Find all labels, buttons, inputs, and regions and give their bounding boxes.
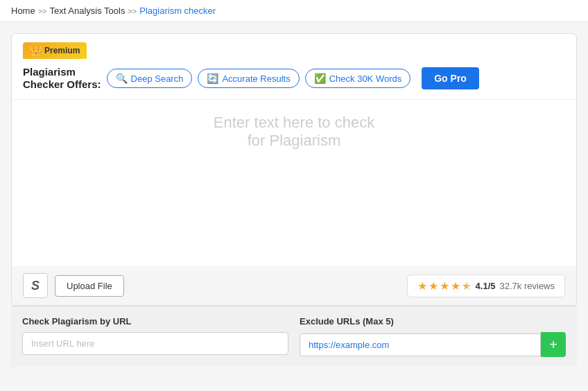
accurate-results-label: Accurate Results <box>222 73 290 84</box>
check-url-group: Check Plagiarism by URL <box>22 316 288 357</box>
check-url-input[interactable] <box>22 332 288 355</box>
url-section: Check Plagiarism by URL Exclude URLs (Ma… <box>11 306 577 367</box>
go-pro-button[interactable]: Go Pro <box>422 67 479 89</box>
accurate-results-icon: 🔄 <box>207 73 218 84</box>
upload-file-button[interactable]: Upload File <box>55 275 124 297</box>
spintax-icon-button[interactable]: S <box>23 273 48 298</box>
breadcrumb-separator-2: >> <box>128 7 137 15</box>
main-container: 👑 Premium PlagiarismChecker Offers: 🔍 De… <box>0 22 588 378</box>
exclude-url-input[interactable] <box>300 333 541 356</box>
exclude-url-label: Exclude URLs (Max 5) <box>300 316 566 327</box>
star-5-half: ★ <box>462 279 472 293</box>
rating-value: 4.1/5 <box>476 281 496 291</box>
check-words-label: Check 30K Words <box>329 73 402 84</box>
breadcrumb-current: Plagiarism checker <box>139 6 216 16</box>
add-url-button[interactable]: + <box>541 332 566 357</box>
premium-header: 👑 Premium PlagiarismChecker Offers: 🔍 De… <box>12 34 576 100</box>
exclude-input-row: + <box>300 332 566 357</box>
star-3: ★ <box>440 279 449 293</box>
crown-icon: 👑 <box>30 45 42 56</box>
exclude-url-group: Exclude URLs (Max 5) + <box>300 316 566 357</box>
reviews-count: 32.7k reviews <box>500 281 555 291</box>
star-4: ★ <box>451 279 460 293</box>
breadcrumb-separator-1: >> <box>38 7 47 15</box>
spintax-icon: S <box>31 279 40 293</box>
rating-section: ★ ★ ★ ★ ★ 4.1/5 32.7k reviews <box>407 275 565 297</box>
premium-badge: 👑 Premium <box>23 42 87 59</box>
plagiarism-textarea[interactable] <box>26 114 562 252</box>
check-words-badge: ✅ Check 30K Words <box>305 69 411 88</box>
star-2: ★ <box>429 279 438 293</box>
check-words-icon: ✅ <box>314 73 326 84</box>
deep-search-badge: 🔍 Deep Search <box>107 69 193 88</box>
breadcrumb-home[interactable]: Home <box>11 6 35 16</box>
star-1: ★ <box>417 279 427 293</box>
check-url-label: Check Plagiarism by URL <box>22 316 288 327</box>
premium-badge-label: Premium <box>44 46 80 55</box>
stars-container: ★ ★ ★ ★ ★ <box>417 279 472 293</box>
toolbar-left: S Upload File <box>23 273 124 298</box>
breadcrumb: Home >> Text Analysis Tools >> Plagiaris… <box>0 0 588 22</box>
text-input-area[interactable] <box>12 100 576 266</box>
deep-search-icon: 🔍 <box>116 73 128 84</box>
breadcrumb-text-analysis[interactable]: Text Analysis Tools <box>50 6 126 16</box>
offers-label: PlagiarismChecker Offers: <box>23 66 101 91</box>
deep-search-label: Deep Search <box>131 73 184 84</box>
toolbar: S Upload File ★ ★ ★ ★ ★ 4.1/5 32.7k revi… <box>12 266 576 305</box>
offers-row: PlagiarismChecker Offers: 🔍 Deep Search … <box>23 66 565 91</box>
accurate-results-badge: 🔄 Accurate Results <box>198 69 299 88</box>
plagiarism-card: 👑 Premium PlagiarismChecker Offers: 🔍 De… <box>11 33 577 306</box>
